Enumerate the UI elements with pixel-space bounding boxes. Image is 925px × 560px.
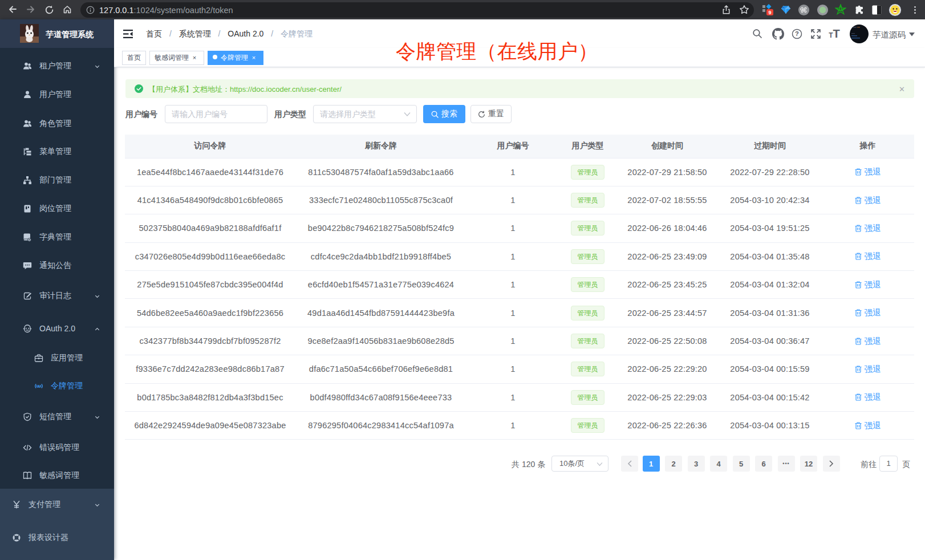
svg-text:?: ? <box>795 30 799 37</box>
svg-text:9: 9 <box>768 10 771 15</box>
svg-text:A: A <box>38 384 40 388</box>
